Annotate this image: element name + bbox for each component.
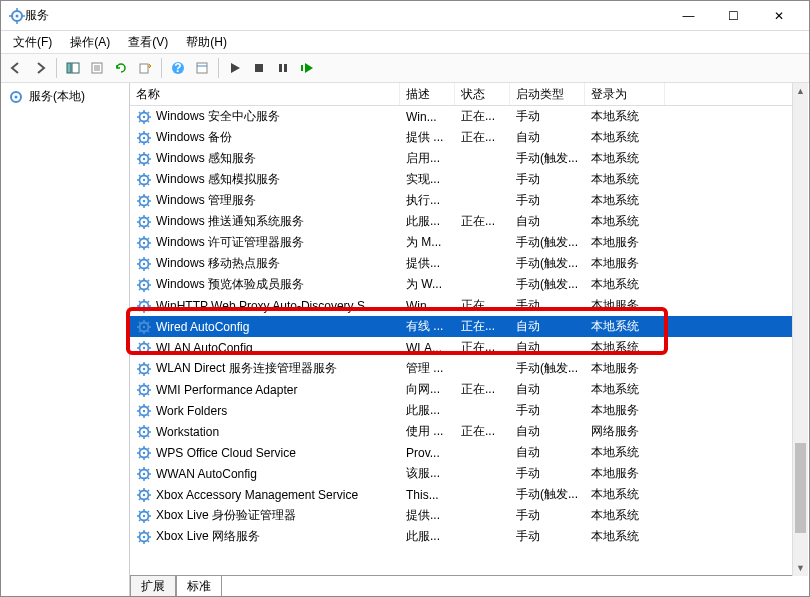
- column-header-status[interactable]: 状态: [455, 83, 510, 105]
- svg-line-61: [139, 183, 141, 185]
- svg-line-72: [148, 196, 150, 198]
- service-logon-as: 本地系统: [585, 213, 665, 230]
- service-row[interactable]: Windows 备份提供 ...正在...自动本地系统: [130, 127, 792, 148]
- svg-line-159: [139, 385, 141, 387]
- svg-line-90: [148, 246, 150, 248]
- svg-line-49: [139, 154, 141, 156]
- stop-service-button[interactable]: [248, 57, 270, 79]
- service-row[interactable]: Windows 感知模拟服务实现...手动本地系统: [130, 169, 792, 190]
- minimize-button[interactable]: —: [666, 1, 711, 31]
- svg-line-60: [148, 183, 150, 185]
- service-row[interactable]: Windows 移动热点服务提供...手动(触发...本地服务: [130, 253, 792, 274]
- service-row[interactable]: Xbox Live 网络服务此服...手动本地系统: [130, 526, 792, 547]
- svg-point-114: [143, 304, 145, 306]
- service-row[interactable]: Windows 安全中心服务Win...正在...手动本地系统: [130, 106, 792, 127]
- service-name: Wired AutoConfig: [156, 320, 249, 334]
- service-logon-as: 本地服务: [585, 402, 665, 419]
- gear-icon: [136, 340, 152, 356]
- refresh-button[interactable]: [110, 57, 132, 79]
- svg-line-79: [139, 217, 141, 219]
- svg-line-101: [139, 267, 141, 269]
- help-button[interactable]: ?: [167, 57, 189, 79]
- service-row[interactable]: WinHTTP Web Proxy Auto-Discovery S...Win…: [130, 295, 792, 316]
- svg-line-179: [139, 427, 141, 429]
- show-hide-tree-button[interactable]: [62, 57, 84, 79]
- svg-line-52: [148, 154, 150, 156]
- svg-line-169: [139, 406, 141, 408]
- svg-point-22: [15, 95, 18, 98]
- service-name: Xbox Live 网络服务: [156, 528, 260, 545]
- service-logon-as: 本地服务: [585, 234, 665, 251]
- start-service-button[interactable]: [224, 57, 246, 79]
- service-row[interactable]: Windows 推送通知系统服务此服...正在...自动本地系统: [130, 211, 792, 232]
- pause-service-button[interactable]: [272, 57, 294, 79]
- service-row[interactable]: Windows 预览体验成员服务为 W...手动(触发...本地系统: [130, 274, 792, 295]
- service-startup-type: 手动: [510, 171, 585, 188]
- scroll-down-icon[interactable]: ▼: [793, 560, 808, 576]
- service-description: 提供...: [400, 255, 455, 272]
- service-row[interactable]: Wired AutoConfig有线 ...正在...自动本地系统: [130, 316, 792, 337]
- close-button[interactable]: ✕: [756, 1, 801, 31]
- service-logon-as: 本地系统: [585, 528, 665, 545]
- menu-action[interactable]: 操作(A): [62, 32, 118, 53]
- service-row[interactable]: WLAN Direct 服务连接管理器服务管理 ...手动(触发...本地服务: [130, 358, 792, 379]
- service-startup-type: 自动: [510, 318, 585, 335]
- service-name: Windows 备份: [156, 129, 232, 146]
- maximize-button[interactable]: ☐: [711, 1, 756, 31]
- column-header-name[interactable]: 名称: [130, 83, 400, 105]
- service-logon-as: 本地系统: [585, 108, 665, 125]
- menu-view[interactable]: 查看(V): [120, 32, 176, 53]
- svg-line-99: [139, 259, 141, 261]
- column-header-startup-type[interactable]: 启动类型: [510, 83, 585, 105]
- service-logon-as: 本地系统: [585, 507, 665, 524]
- service-row[interactable]: Xbox Accessory Management ServiceThis...…: [130, 484, 792, 505]
- menu-file[interactable]: 文件(F): [5, 32, 60, 53]
- svg-line-71: [139, 204, 141, 206]
- svg-line-149: [139, 364, 141, 366]
- about-button[interactable]: [191, 57, 213, 79]
- tab-extended[interactable]: 扩展: [130, 575, 176, 597]
- service-row[interactable]: WLAN AutoConfigWLA...正在...自动本地系统: [130, 337, 792, 358]
- svg-line-231: [139, 540, 141, 542]
- service-row[interactable]: Work Folders此服...手动本地服务: [130, 400, 792, 421]
- restart-service-button[interactable]: [296, 57, 318, 79]
- svg-line-152: [148, 364, 150, 366]
- back-button[interactable]: [5, 57, 27, 79]
- tab-standard[interactable]: 标准: [176, 575, 222, 597]
- service-name: Windows 推送通知系统服务: [156, 213, 304, 230]
- service-startup-type: 自动: [510, 423, 585, 440]
- export-list-button[interactable]: [134, 57, 156, 79]
- service-row[interactable]: Windows 感知服务启用...手动(触发...本地系统: [130, 148, 792, 169]
- service-row[interactable]: WWAN AutoConfig该服...手动本地服务: [130, 463, 792, 484]
- scroll-thumb[interactable]: [795, 443, 806, 533]
- column-header-logon-as[interactable]: 登录为: [585, 83, 665, 105]
- svg-point-64: [143, 199, 145, 201]
- svg-line-200: [148, 477, 150, 479]
- service-description: 有线 ...: [400, 318, 455, 335]
- svg-line-69: [139, 196, 141, 198]
- service-row[interactable]: Windows 管理服务执行...手动本地系统: [130, 190, 792, 211]
- vertical-scrollbar[interactable]: ▲ ▼: [792, 83, 808, 576]
- properties-button[interactable]: [86, 57, 108, 79]
- service-description: 提供...: [400, 507, 455, 524]
- view-tabs: 扩展 标准: [130, 576, 222, 596]
- column-header-description[interactable]: 描述: [400, 83, 455, 105]
- service-row[interactable]: Workstation使用 ...正在...自动网络服务: [130, 421, 792, 442]
- svg-line-121: [139, 309, 141, 311]
- svg-point-54: [143, 178, 145, 180]
- service-row[interactable]: WMI Performance Adapter向网...正在...自动本地系统: [130, 379, 792, 400]
- service-row[interactable]: Xbox Live 身份验证管理器提供...手动本地系统: [130, 505, 792, 526]
- service-name: Windows 预览体验成员服务: [156, 276, 304, 293]
- menu-help[interactable]: 帮助(H): [178, 32, 235, 53]
- service-row[interactable]: WPS Office Cloud ServiceProv...自动本地系统: [130, 442, 792, 463]
- service-row[interactable]: Windows 许可证管理器服务为 M...手动(触发...本地服务: [130, 232, 792, 253]
- gear-icon: [136, 193, 152, 209]
- service-startup-type: 手动: [510, 507, 585, 524]
- service-description: 该服...: [400, 465, 455, 482]
- sidebar-item-services-local[interactable]: 服务(本地): [2, 86, 129, 107]
- forward-button[interactable]: [29, 57, 51, 79]
- svg-line-171: [139, 414, 141, 416]
- svg-line-32: [148, 112, 150, 114]
- scroll-up-icon[interactable]: ▲: [793, 83, 808, 99]
- svg-line-202: [148, 469, 150, 471]
